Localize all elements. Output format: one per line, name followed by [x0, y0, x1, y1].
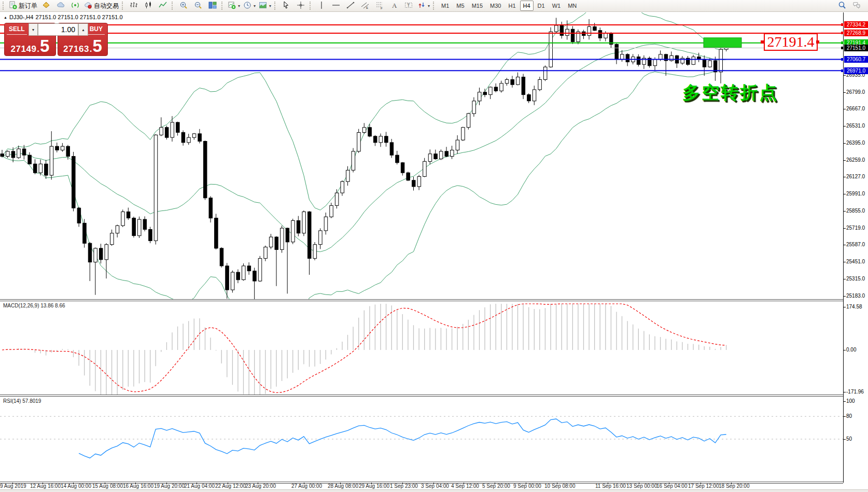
new-order-button[interactable]: 新订单	[7, 0, 39, 11]
chat-button[interactable]	[849, 0, 864, 11]
vertical-line-button[interactable]	[314, 0, 329, 11]
date-label: 13 Sep 00:00	[626, 483, 657, 489]
text-label-button[interactable]: T	[401, 0, 416, 11]
badge-connector	[841, 41, 844, 44]
chevron-down-icon[interactable]: ▾	[238, 4, 240, 8]
cursor-button[interactable]	[279, 0, 293, 11]
signals-button[interactable]	[68, 0, 82, 11]
periods-button[interactable]: ▾	[242, 0, 257, 11]
timeframe-m1-button[interactable]: M1	[438, 1, 452, 11]
orders-group: 新订单自动交易	[7, 0, 120, 11]
collapse-arrow-icon[interactable]: ▲	[4, 16, 7, 19]
price-axis-line[interactable]	[843, 12, 844, 483]
volume-increase-button[interactable]: ▴	[78, 23, 88, 36]
fibonacci-icon: F	[375, 1, 384, 10]
svg-text:A: A	[392, 2, 397, 9]
chart-type-group	[127, 0, 170, 11]
horizontal-line-button[interactable]	[329, 0, 343, 11]
price-tick-label: 26259.0	[846, 157, 865, 163]
chart-title: ▲ DJ30-,H4 27151.0 27151.0 27151.0 27151…	[4, 14, 123, 20]
zoom-out-button[interactable]	[191, 0, 205, 11]
toolbar-grip	[172, 2, 174, 10]
autotrade-icon	[84, 1, 92, 10]
price-tick-mark	[843, 177, 846, 177]
macd-panel-canvas[interactable]	[0, 301, 843, 395]
date-label: 28 Aug 08:00	[328, 483, 358, 489]
timeframe-mn-button[interactable]: MN	[565, 1, 580, 11]
community-button[interactable]	[53, 0, 68, 11]
text-icon: A	[390, 1, 398, 10]
tile-windows-button[interactable]	[205, 0, 220, 11]
zoom-group	[176, 0, 220, 11]
date-label: 19 Aug 20:00	[154, 483, 185, 489]
price-badge: 26971.0	[844, 67, 868, 74]
price-tick-label: 26395.0	[846, 140, 865, 146]
bar-chart-button[interactable]	[127, 0, 141, 11]
date-label: 4 Sep 12:00	[451, 483, 479, 489]
price-tick-label: 25451.0	[846, 259, 865, 264]
indicators-button[interactable]: ▾	[226, 0, 242, 11]
rsi-tick-label: 50	[846, 436, 852, 442]
volume-input[interactable]: 1.00	[38, 23, 78, 36]
market-button[interactable]	[39, 0, 53, 11]
callout-handle-right[interactable]	[816, 40, 819, 44]
macd-tick-label: -171.96	[846, 389, 864, 395]
timeframe-m5-button[interactable]: M5	[453, 1, 467, 11]
price-tick-label: 25719.0	[846, 225, 865, 231]
callout-handle-left[interactable]	[761, 40, 764, 44]
chinese-annotation[interactable]: 多空转折点	[682, 81, 778, 105]
buy-button[interactable]: BUY	[88, 25, 105, 35]
rsi-panel-canvas[interactable]	[0, 397, 843, 482]
timeframe-m30-button[interactable]: M30	[487, 1, 504, 11]
search-icon	[838, 1, 846, 10]
templates-button[interactable]: ▾	[257, 0, 273, 11]
price-tick-label: 26667.0	[846, 106, 865, 111]
timeframe-h1-button[interactable]: H1	[505, 1, 519, 11]
date-label: 3 Sep 04:00	[421, 483, 449, 489]
channel-button[interactable]: E	[358, 0, 372, 11]
price-tick-mark	[843, 296, 846, 297]
crosshair-button[interactable]	[293, 0, 308, 11]
arrows-button[interactable]: ▾	[416, 0, 431, 11]
objects-group: EFAT▾	[314, 0, 431, 11]
main-chart-canvas[interactable]	[0, 12, 843, 299]
badge-connector	[841, 58, 844, 61]
macd-label: MACD(12,26,9) 13.86 8.66	[3, 303, 65, 308]
toolbar-grip	[433, 2, 436, 10]
chevron-down-icon[interactable]: ▾	[428, 4, 430, 8]
toolbar-grip	[122, 2, 124, 10]
volume-decrease-button[interactable]: ▾	[29, 23, 38, 36]
macd-tick-label: 0.00	[846, 347, 856, 353]
date-label: 18 Sep 20:00	[719, 483, 750, 489]
toolbar-right	[835, 0, 864, 11]
candlestick-button[interactable]	[141, 0, 156, 11]
candlestick-icon	[144, 1, 152, 10]
timeframe-group: M1M5M15M30H1H4D1W1MN	[438, 0, 580, 11]
zoom-in-button[interactable]	[176, 0, 191, 11]
cursor-icon	[282, 1, 290, 10]
signal-icon	[71, 1, 79, 10]
search-button[interactable]	[835, 0, 849, 11]
chevron-down-icon[interactable]: ▾	[269, 4, 271, 8]
periods-icon	[243, 1, 251, 10]
text-button[interactable]: A	[387, 0, 401, 11]
price-callout-label[interactable]: 27191.4	[764, 33, 818, 51]
chevron-down-icon[interactable]: ▾	[254, 4, 256, 8]
price-tick-label: 26799.0	[846, 89, 865, 95]
line-chart-button[interactable]	[156, 0, 170, 11]
timeframe-w1-button[interactable]: W1	[549, 1, 564, 11]
trendline-button[interactable]	[343, 0, 358, 11]
price-badge: 27268.9	[844, 30, 868, 36]
price-tick-label: 26531.0	[846, 123, 865, 129]
autotrade-button[interactable]: 自动交易	[82, 0, 120, 11]
sell-button[interactable]: SELL	[7, 25, 27, 35]
timeframe-m15-button[interactable]: M15	[469, 1, 486, 11]
price-tick-label: 25587.0	[846, 242, 865, 247]
fibonacci-button[interactable]: F	[372, 0, 387, 11]
timeframe-d1-button[interactable]: D1	[535, 1, 548, 11]
timeframe-h4-button[interactable]: H4	[520, 1, 534, 11]
price-tick-mark	[843, 262, 846, 262]
svg-text:T: T	[407, 3, 410, 8]
sell-price: 27149.5	[5, 38, 55, 54]
price-tick-mark	[843, 228, 846, 229]
